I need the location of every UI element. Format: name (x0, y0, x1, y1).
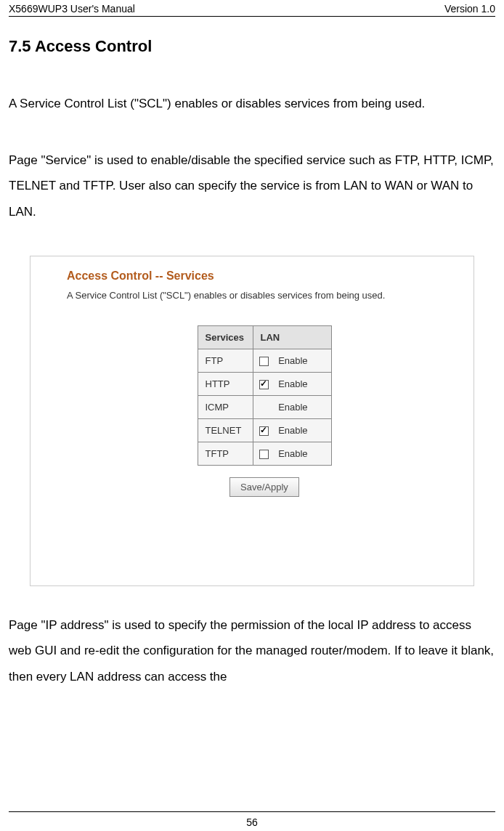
service-name: HTTP (198, 372, 253, 395)
service-name: TELNET (198, 418, 253, 442)
column-header-lan: LAN (253, 325, 331, 349)
table-row: TFTP Enable (198, 442, 331, 465)
checkbox-icmp-lan-none (259, 403, 269, 413)
checkbox-ftp-lan[interactable] (259, 357, 269, 366)
service-name: TFTP (198, 442, 253, 465)
footer-rule (9, 811, 495, 812)
page-number: 56 (0, 816, 504, 828)
enable-label: Enable (278, 355, 307, 366)
table-row: ICMP Enable (198, 395, 331, 418)
service-name: ICMP (198, 395, 253, 418)
header-left: X5669WUP3 User's Manual (9, 3, 135, 15)
checkbox-telnet-lan[interactable] (259, 426, 269, 436)
header-rule (9, 16, 495, 17)
screenshot-title: Access Control -- Services (67, 269, 462, 283)
paragraph-2: Page "Service" is used to enable/disable… (9, 147, 495, 225)
column-header-services: Services (198, 325, 253, 349)
save-apply-button[interactable]: Save/Apply (229, 477, 299, 497)
enable-label: Enable (278, 378, 307, 389)
header-right: Version 1.0 (444, 3, 495, 15)
table-row: TELNET Enable (198, 418, 331, 442)
paragraph-1: A Service Control List ("SCL") enables o… (9, 91, 495, 117)
screenshot-description: A Service Control List ("SCL") enables o… (67, 290, 462, 301)
enable-label: Enable (278, 402, 307, 413)
table-row: HTTP Enable (198, 372, 331, 395)
enable-label: Enable (278, 425, 307, 436)
paragraph-3: Page "IP address" is used to specify the… (9, 612, 495, 690)
section-heading: 7.5 Access Control (9, 37, 495, 56)
screenshot-access-control: Access Control -- Services A Service Con… (30, 256, 474, 586)
table-row: FTP Enable (198, 349, 331, 372)
services-table: Services LAN FTP Enable HTTP (198, 325, 332, 466)
checkbox-http-lan[interactable] (259, 380, 269, 389)
enable-label: Enable (278, 448, 307, 459)
service-name: FTP (198, 349, 253, 372)
checkbox-tftp-lan[interactable] (259, 450, 269, 459)
